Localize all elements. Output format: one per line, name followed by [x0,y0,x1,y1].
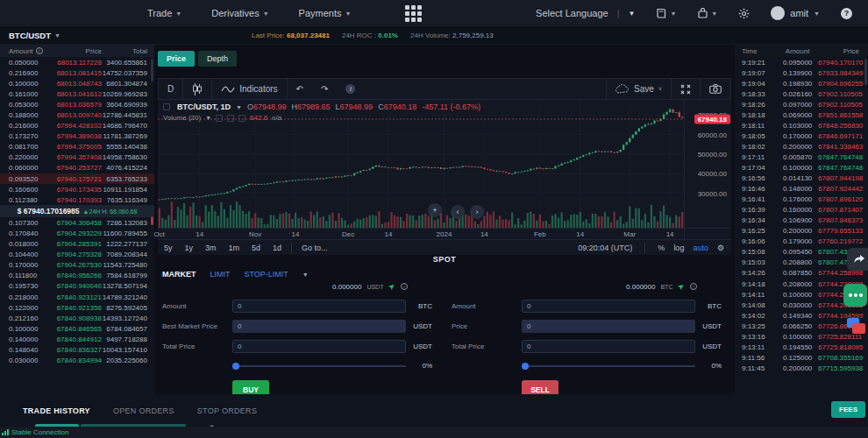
table-row[interactable]: 0.19573067840.94004013278.507194 [0,281,154,292]
table-row[interactable]: 9:11:450.20000067715.595938 [735,363,868,373]
log-scale-button[interactable]: log [673,244,684,252]
table-row[interactable]: 0.05300068013.0365793604.690939 [0,99,154,110]
orders-book-button[interactable]: ▼ [656,8,676,19]
table-row[interactable]: 0.21600067994.42810214686.796470 [0,121,154,131]
table-row[interactable]: 9:18:180.06900067851.861558 [735,110,868,120]
tab-depth[interactable]: Depth [198,51,237,67]
table-row[interactable]: 0.06000067940.2537274076.415224 [0,163,154,173]
table-row[interactable]: 0.03000067840.8349942035.225060 [0,356,154,366]
table-row[interactable]: 9:17:110.00587067847.764748 [735,152,868,162]
goto-button[interactable]: Go to... [295,244,334,252]
table-row[interactable]: 0.08170067994.3750055555.140438 [0,142,154,152]
price-chart[interactable]: BTC/USDT, 1D ▼ O67948.99 H67989.65 L6794… [158,100,731,228]
table-row[interactable]: 0.12200067840.9213568276.592405 [0,302,154,313]
buy-total-input[interactable] [232,340,406,353]
table-row[interactable]: 9:18:110.10300067848.256830 [735,120,868,131]
fees-button[interactable]: FEES [831,401,865,418]
table-row[interactable]: 0.22000067994.35740814958.758630 [0,152,154,163]
sell-amount-input[interactable] [522,300,695,313]
buy-amount-input[interactable] [232,300,406,313]
range-5y[interactable]: 5y [158,244,179,252]
candlestick-plot[interactable]: BTC/USDT, 1D ▼ O67948.99 H67989.65 L6794… [158,100,684,228]
chevron-down-icon[interactable]: ▼ [205,115,211,121]
range-3m[interactable]: 3m [199,244,223,252]
tab-open-orders[interactable]: OPEN ORDERS [113,406,174,415]
snapshot-button[interactable] [700,79,730,99]
tab-stop-limit[interactable]: STOP-LIMIT [245,270,288,279]
price-axis[interactable]: 67940.18 70000.0060000.0050000.0040000.0… [684,100,731,228]
table-row[interactable]: 0.21216067840.90893814393.127240 [0,313,154,323]
table-row[interactable]: 0.01800067904.2853911222.277137 [0,239,154,250]
slider-knob[interactable] [232,363,239,370]
save-layout-button[interactable]: Save ˅ [606,79,671,99]
sell-percent-slider[interactable]: 0% [452,362,722,370]
nav-trade[interactable]: Trade▼ [147,8,181,18]
wallet-button[interactable]: ▼ [697,8,717,19]
time-axis[interactable]: Oct14Nov14Dec14202414Feb14Mar14 [158,228,684,239]
table-row[interactable]: 0.14000067840.8449129497.718288 [0,334,154,344]
symbol-flag-icon[interactable] [163,103,170,110]
indicators-button[interactable]: Indicators [212,79,286,99]
table-row[interactable]: 0.21800067840.92312114789.321240 [0,292,154,302]
table-row[interactable]: 0.11238067940.1703937635.116349 [0,194,154,205]
pan-right-button[interactable]: › [470,205,484,219]
redo-button[interactable]: ↷ [312,79,337,99]
scrollbar-thumb[interactable] [864,59,867,85]
table-row[interactable]: 0.10000067840.8465656784.084657 [0,323,154,334]
info-icon[interactable]: i [36,47,43,54]
table-row[interactable]: 0.17084067904.29322911600.789455 [0,228,154,238]
interval-button[interactable]: D [159,79,182,99]
table-row[interactable]: 0.11180067840.9562667584.618799 [0,271,154,281]
feedback-button[interactable] [844,315,868,340]
tab-market[interactable]: MARKET [162,270,196,279]
table-row[interactable]: 9:19:040.19893067904.696255 [735,78,868,88]
buy-percent-slider[interactable]: 0% [162,362,432,370]
zoom-in-button[interactable]: + [428,203,442,217]
buy-price-input[interactable] [232,320,406,333]
table-row[interactable]: 9:17:040.10000067847.764748 [735,162,868,173]
sell-price-input[interactable] [522,320,695,333]
user-menu[interactable]: amit ▼ [771,6,820,20]
table-row[interactable]: 9:18:260.09700067902.110505 [735,99,868,110]
table-row[interactable]: 0.10730067904.3064587286.132083 [0,217,154,228]
table-row[interactable]: 0.21690068013.08141514752.037359 [0,67,154,78]
range-1m[interactable]: 1m [223,244,246,252]
pair-selector[interactable]: BTC/USDT▼ [9,31,60,40]
close-mini-icon[interactable] [238,115,245,122]
table-row[interactable]: 0.16060067940.17343510911.191854 [0,184,154,194]
axis-settings-gear-icon[interactable]: ⚙ [717,244,724,252]
chart-info-button[interactable]: i [337,79,364,99]
eye-icon[interactable] [216,115,223,122]
undo-button[interactable]: ↶ [288,79,312,99]
table-row[interactable]: 9:19:210.09500067940.170170 [735,57,868,67]
tab-stop-orders[interactable]: STOP ORDERS [197,406,257,415]
chevron-down-icon[interactable]: ▼ [302,272,309,278]
table-row[interactable]: 9:16:460.14800067807.924442 [735,184,868,194]
language-selector[interactable]: Select Language|▼ [536,8,635,18]
slider-knob[interactable] [522,363,529,370]
range-1y[interactable]: 1y [179,244,200,252]
info-icon[interactable]: i [401,283,408,290]
nav-payments[interactable]: Payments▼ [299,8,352,18]
tab-price[interactable]: Price [158,51,195,67]
help-icon[interactable]: ? [841,8,852,19]
scrollbar-thumb[interactable] [151,59,153,81]
tab-trade-history[interactable]: TRADE HISTORY [23,406,90,415]
table-row[interactable]: 9:19:070.13990067933.984349 [735,67,868,78]
table-row[interactable]: 9:18:050.17000067846.697171 [735,131,868,141]
chat-widget-button[interactable] [843,284,867,307]
table-row[interactable]: 0.17327067994.38903811781.387269 [0,131,154,142]
fullscreen-button[interactable] [671,79,700,99]
nav-derivatives[interactable]: Derivatives▼ [211,8,268,18]
pan-left-button[interactable]: ‹ [451,205,465,219]
table-row[interactable]: 9:18:330.02616067902.110505 [735,88,868,99]
candle-style-button[interactable] [183,79,211,99]
auto-scale-button[interactable]: auto [693,244,708,252]
table-row[interactable]: 0.10000068013.0487436801.304874 [0,78,154,88]
table-row[interactable]: 9:16:410.17600067807.896120 [735,194,868,205]
table-row[interactable]: 9:16:060.17900067760.219772 [735,237,868,247]
table-row[interactable]: 9:16:340.10690067807.846373 [735,215,868,226]
sell-total-input[interactable] [522,340,695,353]
table-row[interactable]: 9:11:560.12500067708.355169 [735,352,868,363]
chevron-down-icon[interactable]: ▼ [236,104,242,110]
